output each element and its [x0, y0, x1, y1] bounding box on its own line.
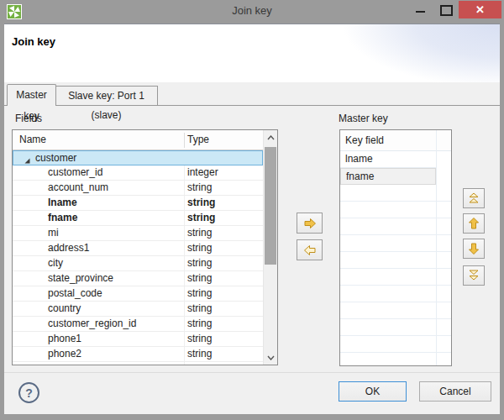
fields-table-header: Name Type: [13, 130, 263, 150]
table-row[interactable]: customer_id integer: [13, 165, 263, 181]
fields-table: Name Type customer customer_id integer: [12, 129, 278, 365]
table-row[interactable]: fname string: [13, 211, 263, 226]
tree-row-customer[interactable]: customer: [13, 150, 263, 165]
field-name: phone1: [48, 332, 81, 346]
add-to-key-button[interactable]: [297, 213, 323, 234]
maximize-icon: [440, 5, 453, 16]
cancel-button[interactable]: Cancel: [419, 381, 491, 402]
scroll-up-icon[interactable]: [264, 130, 277, 144]
table-row[interactable]: phone1 string: [13, 332, 263, 347]
double-up-icon: [468, 192, 480, 204]
field-type: string: [187, 271, 212, 286]
field-name: address1: [48, 241, 89, 255]
field-name: fname: [48, 211, 77, 225]
fields-table-body: customer customer_id integer account_num…: [13, 150, 263, 365]
empty-grid-rows: [340, 185, 451, 365]
tree-root-label: customer: [35, 151, 76, 165]
key-row-fname[interactable]: fname: [340, 168, 436, 185]
master-key-label: Master key: [339, 113, 388, 124]
window-title: Join key: [232, 4, 272, 17]
maximize-button[interactable]: [433, 0, 459, 18]
vertical-scrollbar[interactable]: [263, 130, 277, 365]
tab-slave-key[interactable]: Slave key: Port 1 (slave): [55, 86, 158, 106]
left-arrow-icon: [303, 244, 317, 256]
app-clover-icon[interactable]: [7, 4, 22, 19]
field-type: string: [187, 241, 212, 255]
tab-bar: Master key Slave key: Port 1 (slave): [4, 82, 500, 106]
column-header-type: Type: [187, 134, 209, 145]
table-row[interactable]: mi string: [13, 226, 263, 241]
table-row[interactable]: phone2 string: [13, 347, 263, 362]
minimize-icon: [416, 11, 425, 13]
footer-separator: [4, 372, 500, 373]
field-name: phone2: [48, 347, 81, 361]
titlebar[interactable]: Join key ✕: [0, 0, 504, 24]
field-name: postal_code: [48, 286, 102, 301]
move-up-button[interactable]: [463, 213, 485, 234]
key-row-lname[interactable]: lname: [340, 151, 436, 168]
key-field-value: fname: [346, 171, 374, 182]
tree-expander-icon[interactable]: [24, 155, 31, 162]
master-key-table: Key field lname fname: [339, 129, 452, 366]
field-name: customer_region_id: [48, 317, 136, 331]
cancel-label: Cancel: [439, 386, 470, 397]
table-row[interactable]: city string: [13, 256, 263, 271]
table-row[interactable]: address1 string: [13, 241, 263, 256]
dialog-header: Join key: [4, 24, 500, 82]
field-name: customer_id: [48, 165, 102, 180]
field-type: string: [187, 302, 212, 316]
help-icon: ?: [25, 386, 33, 400]
field-type: string: [187, 347, 212, 361]
column-header-key-field: Key field: [345, 134, 384, 146]
field-type: string: [187, 211, 215, 225]
close-icon: ✕: [475, 3, 485, 16]
up-arrow-icon: [468, 217, 480, 230]
field-type: integer: [187, 165, 218, 180]
field-type: string: [187, 317, 212, 331]
field-name: country: [48, 302, 81, 316]
table-row[interactable]: postal_code string: [13, 286, 263, 302]
master-key-table-header: Key field: [340, 130, 451, 151]
field-name: state_province: [48, 271, 113, 286]
tab-slave-key-label: Slave key: Port 1 (slave): [68, 90, 144, 121]
table-row[interactable]: lname string: [13, 196, 263, 211]
field-name: lname: [48, 196, 77, 210]
dialog-title: Join key: [12, 35, 55, 48]
double-down-icon: [468, 270, 480, 281]
close-button[interactable]: ✕: [459, 1, 501, 18]
tab-master-key[interactable]: Master key: [7, 84, 56, 106]
table-row[interactable]: account_num string: [13, 181, 263, 196]
move-to-bottom-button[interactable]: [463, 265, 485, 286]
field-name: account_num: [48, 181, 108, 195]
join-key-dialog: Join key ✕ Join key Master key Slave key…: [0, 0, 504, 420]
scrollbar-thumb[interactable]: [265, 147, 276, 265]
field-type: string: [187, 286, 212, 301]
minimize-button[interactable]: [408, 0, 432, 18]
scroll-down-icon[interactable]: [264, 350, 277, 365]
help-button[interactable]: ?: [18, 382, 39, 403]
move-down-button[interactable]: [463, 239, 485, 259]
ok-label: OK: [365, 386, 380, 397]
table-row[interactable]: customer_region_id string: [13, 317, 263, 332]
field-type: string: [187, 196, 215, 210]
move-to-top-button[interactable]: [463, 188, 485, 208]
column-header-name: Name: [19, 134, 46, 145]
field-type: string: [187, 332, 212, 346]
header-gradient-decoration: [332, 24, 500, 82]
ok-button[interactable]: OK: [339, 381, 407, 402]
field-name: city: [48, 256, 63, 270]
table-row[interactable]: country string: [13, 302, 263, 317]
right-arrow-icon: [303, 218, 317, 229]
dialog-body: Join key Master key Slave key: Port 1 (s…: [4, 24, 500, 414]
remove-from-key-button[interactable]: [297, 239, 323, 260]
down-arrow-icon: [468, 242, 480, 255]
field-type: string: [187, 256, 212, 270]
key-field-value: lname: [345, 153, 373, 165]
table-row[interactable]: state_province string: [13, 271, 263, 286]
field-type: string: [187, 181, 212, 195]
field-type: string: [187, 226, 212, 240]
column-separator: [184, 133, 185, 148]
field-name: mi: [48, 226, 59, 240]
